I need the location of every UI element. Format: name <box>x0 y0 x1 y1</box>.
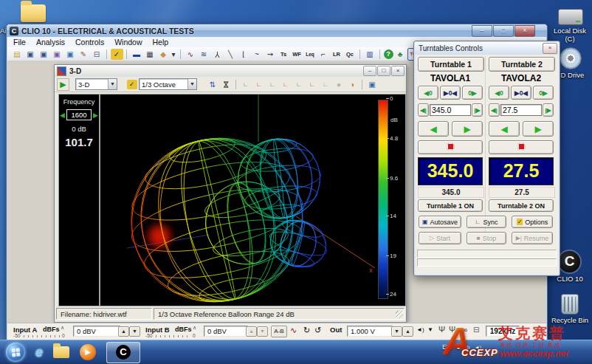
view-top-icon[interactable]: ∟ <box>293 79 306 90</box>
decay-icon[interactable]: ╲ <box>224 49 237 60</box>
menu-window[interactable]: Window <box>114 38 142 47</box>
tt1-step-left-button[interactable]: ◀| <box>418 103 429 117</box>
speaker-dropdown-icon[interactable]: ▼ <box>427 326 433 333</box>
view-iso-icon[interactable]: ∟ <box>320 79 332 90</box>
main-titlebar[interactable]: C CLIO 10 - ELECTRICAL & ACOUSTICAL TEST… <box>7 24 547 37</box>
close-button[interactable]: × <box>514 25 535 37</box>
desktop-folder-icon[interactable] <box>21 4 46 22</box>
tt2-stop-button[interactable] <box>489 140 554 154</box>
export-graphics-icon[interactable]: ▣ <box>51 49 63 60</box>
mls-icon[interactable]: ≋ <box>198 49 210 60</box>
tray-network-icon[interactable]: ılı <box>466 344 470 351</box>
menu-help[interactable]: Help <box>153 38 169 47</box>
smoothing-select[interactable]: 1/3 Octave ▼ <box>139 78 197 90</box>
wow-flutter-icon[interactable]: WF <box>291 49 303 60</box>
wmp-taskbar-icon[interactable]: ▶ <box>80 344 96 360</box>
speaker-icon[interactable]: ◄) <box>416 326 424 333</box>
recycle-bin-label[interactable]: Recycle Bin <box>548 316 592 324</box>
tt1-stop-button[interactable] <box>418 140 483 154</box>
frequency-next-button[interactable]: ▶ <box>93 111 98 119</box>
sine-icon[interactable]: ~ <box>251 49 264 60</box>
thiele-small-icon[interactable]: Ts <box>278 49 290 60</box>
tt1-goto-zero-left-button[interactable]: ◀0 <box>418 86 438 100</box>
save-icon[interactable]: ▣ <box>24 49 37 60</box>
tt2-step-right-button[interactable]: |▶ <box>543 103 554 117</box>
mic-1-icon[interactable]: Ψ <box>438 325 445 334</box>
frequency-value-box[interactable]: 1600 <box>66 109 92 120</box>
print-level-icon[interactable]: ⊟ <box>473 326 479 334</box>
tray-expand-icon[interactable]: ▲ <box>456 345 461 350</box>
process-icon[interactable]: ⋈ <box>221 78 232 91</box>
tray-language[interactable]: EN <box>442 343 452 351</box>
tt1-on-button[interactable]: Turntable 1 ON <box>418 199 483 212</box>
options-button[interactable]: ✓ Options <box>512 216 553 228</box>
out-level[interactable]: 1.000 V <box>347 326 393 337</box>
autoscale-icon[interactable]: ⇅ <box>207 79 219 90</box>
start-button[interactable] <box>6 343 25 362</box>
eraser-icon[interactable]: ◆ <box>157 49 170 60</box>
frequency-prev-button[interactable]: ◀ <box>60 111 65 119</box>
linearity-icon[interactable]: ⌐ <box>317 49 330 60</box>
out-down-button[interactable]: ▼ <box>391 326 402 337</box>
menu-analysis[interactable]: Analysis <box>36 38 65 47</box>
viewer-titlebar[interactable]: 3-D <box>55 65 406 78</box>
capture-icon[interactable]: ▦ <box>144 49 156 60</box>
start-measurement-button[interactable]: ▶ <box>57 78 69 91</box>
about-icon[interactable]: ♣ <box>394 49 407 60</box>
tray-volume-icon[interactable]: ◄) <box>475 345 481 350</box>
input-a-sensitivity[interactable]: 0 dBV <box>73 326 120 337</box>
eraser-dropdown-icon[interactable]: ▾ <box>171 49 177 60</box>
tt1-center-button[interactable]: ▶0◀ <box>440 86 461 100</box>
tt1-jog-left-button[interactable]: ◀ <box>418 121 449 137</box>
ab-toggle-button[interactable]: A-B <box>271 326 287 337</box>
tt2-position-input[interactable] <box>500 104 542 116</box>
smoothing-options-icon[interactable]: ✓ <box>127 80 137 89</box>
loop-a-icon[interactable]: ↻ <box>303 326 310 335</box>
tt2-jog-left-button[interactable]: ◀ <box>489 121 520 137</box>
sweep-icon[interactable]: ⇝ <box>264 49 277 60</box>
view-front-icon[interactable]: ∟ <box>240 79 252 90</box>
loop-b-icon[interactable]: ↺ <box>314 326 321 335</box>
resize-grip[interactable] <box>396 311 403 318</box>
notes-icon[interactable]: ✎ <box>78 49 90 60</box>
tt2-goto-zero-right-button[interactable]: 0▶ <box>533 86 554 100</box>
mode-select[interactable]: 3-D ▼ <box>75 78 117 90</box>
tt2-step-left-button[interactable]: ◀| <box>489 103 500 117</box>
viewer-minimize-button[interactable]: – <box>363 66 376 76</box>
view-back-icon[interactable]: ∟ <box>253 79 266 90</box>
options-icon[interactable]: ✓ <box>111 49 123 60</box>
tt2-on-button[interactable]: Turntable 2 ON <box>489 199 554 212</box>
viewer-maximize-button[interactable]: □ <box>377 66 390 76</box>
clio-taskbar-button[interactable]: C <box>106 342 140 363</box>
smoothing-dropdown-icon[interactable]: ▼ <box>187 79 196 89</box>
balloon-tool-icon[interactable]: Y <box>211 49 224 60</box>
generator-icon[interactable]: ∿ <box>290 326 297 335</box>
tt1-position-input[interactable] <box>430 104 471 116</box>
ball-icon[interactable]: ◑ <box>346 79 359 90</box>
input-a-down-button[interactable]: ▼ <box>129 326 140 337</box>
lr-icon[interactable]: LR <box>331 49 343 60</box>
view-right-icon[interactable]: ∟ <box>280 79 292 90</box>
spectrum-icon[interactable]: ⌊ <box>238 49 250 60</box>
save-as-icon[interactable]: ▣ <box>38 49 50 60</box>
dialog-titlebar[interactable]: Turntables Controls <box>415 42 559 55</box>
view-left-icon[interactable]: ∟ <box>266 79 279 90</box>
tt1-goto-zero-right-button[interactable]: 0▶ <box>462 86 483 100</box>
ie-taskbar-icon[interactable]: e <box>35 343 43 362</box>
input-b-up-button[interactable]: ▲ <box>246 326 257 337</box>
menu-file[interactable]: File <box>13 38 26 47</box>
tt1-jog-right-button[interactable]: ▶ <box>452 121 483 137</box>
fft-icon[interactable]: ∿ <box>185 49 197 60</box>
explorer-taskbar-icon[interactable] <box>53 346 69 358</box>
export-balloon-icon[interactable]: ▣ <box>366 79 379 90</box>
input-b-sensitivity[interactable]: 0 dBV <box>204 326 248 337</box>
input-a-up-button[interactable]: ▲ <box>118 326 129 337</box>
reference-icon[interactable]: ● <box>333 79 345 90</box>
export-data-icon[interactable]: ▣ <box>64 49 77 60</box>
cd-drive-icon[interactable] <box>560 47 582 69</box>
open-icon[interactable]: ▤ <box>11 49 24 60</box>
hardware-icon[interactable]: ▥ <box>364 49 376 60</box>
turntable-2-header[interactable]: Turntable 2 <box>489 57 555 72</box>
mode-dropdown-icon[interactable]: ▼ <box>108 79 117 89</box>
leq-icon[interactable]: Leq <box>304 49 317 60</box>
